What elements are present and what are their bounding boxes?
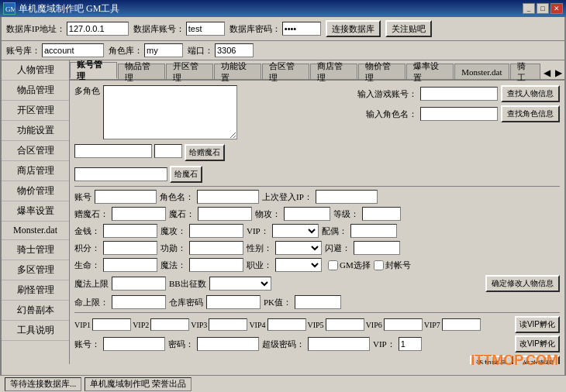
tab-zone-management[interactable]: 开区管理 xyxy=(166,64,213,79)
nav-shop-management[interactable]: 商店管理 xyxy=(2,161,69,181)
tab-nav-right[interactable]: ▶ xyxy=(553,67,564,79)
read-vip-btn[interactable]: 读VIP孵化 xyxy=(515,316,560,333)
phys-atk-input[interactable] xyxy=(284,207,330,221)
bb-out-count-select[interactable] xyxy=(209,277,271,291)
vip6-input[interactable] xyxy=(384,318,423,331)
nav-merge-zone[interactable]: 合区管理 xyxy=(2,141,69,161)
account-db-input[interactable] xyxy=(42,43,104,57)
vip5-label: VIP5 xyxy=(308,321,324,329)
status-bar: 等待连接数据库... 单机魔域制作吧 荣誉出品 xyxy=(0,375,566,392)
minimize-button[interactable]: _ xyxy=(523,3,535,14)
confirm-edit-btn[interactable]: 确定修改人物信息 xyxy=(485,275,560,292)
tab-merge-zone[interactable]: 合区管理 xyxy=(262,64,309,79)
last-login-ip-label: 上次登入IP： xyxy=(262,191,312,203)
flash-input[interactable] xyxy=(354,241,400,255)
give-devil-stone-btn[interactable]: 给赠魔石 xyxy=(185,144,225,161)
maximize-button[interactable]: □ xyxy=(537,3,549,14)
db-account-input[interactable] xyxy=(186,22,225,36)
search-game-account-input[interactable] xyxy=(420,87,498,101)
nav-tool-desc[interactable]: 工具说明 xyxy=(2,321,69,341)
vip-bottom-input[interactable] xyxy=(399,337,422,351)
change-pass-btn[interactable]: 修改密码 xyxy=(516,356,560,364)
warehouse-pass-input[interactable] xyxy=(206,295,261,309)
gm-select-checkbox[interactable] xyxy=(328,260,338,270)
give-stone-btn[interactable]: 给魔石 xyxy=(170,166,202,183)
merit-input[interactable] xyxy=(189,241,243,255)
gold-input[interactable] xyxy=(103,224,157,238)
add-account-btn[interactable]: 添加账号 xyxy=(470,356,513,364)
search-info-btn[interactable]: 查找人物信息 xyxy=(501,85,560,102)
tab-item-management[interactable]: 物品管理 xyxy=(118,64,165,79)
devil-stone-input[interactable] xyxy=(112,207,166,221)
role-name-field-input[interactable] xyxy=(197,190,259,204)
close-tieba-button[interactable]: 关注贴吧 xyxy=(385,20,432,37)
life-input[interactable] xyxy=(103,258,157,272)
super-pass-label: 超级密码： xyxy=(262,339,305,350)
db-pass-input[interactable] xyxy=(282,22,321,36)
vip-bottom-label: VIP： xyxy=(373,339,395,350)
vip3-input[interactable] xyxy=(209,318,247,331)
account-input-bottom[interactable] xyxy=(74,144,152,158)
last-login-ip-input[interactable] xyxy=(316,190,378,204)
vip-main-select[interactable]: 12 xyxy=(272,224,319,238)
level-input[interactable] xyxy=(362,207,401,221)
account-role-ip-row: 账号 角色名： 上次登入IP： xyxy=(74,190,560,204)
password-input[interactable] xyxy=(197,337,259,351)
connect-db-button[interactable]: 连接数据库 xyxy=(326,20,381,37)
magic-input[interactable] xyxy=(189,258,243,272)
nav-character-management[interactable]: 人物管理 xyxy=(2,60,69,81)
change-vip-btn[interactable]: 改VIP孵化 xyxy=(515,335,560,352)
search-role-name-input[interactable] xyxy=(420,107,498,121)
close-button[interactable]: ✕ xyxy=(550,3,563,14)
nav-drop-rate[interactable]: 爆率设置 xyxy=(2,201,69,222)
nav-multi-zone[interactable]: 多区管理 xyxy=(2,260,69,280)
search-role-btn[interactable]: 查找角色信息 xyxy=(501,105,560,122)
life-max-label: 命上限： xyxy=(74,297,109,308)
db-ip-input[interactable] xyxy=(67,22,129,36)
tab-price-management[interactable]: 物价管理 xyxy=(358,64,406,79)
nav-function-settings[interactable]: 功能设置 xyxy=(2,121,69,141)
points-input[interactable] xyxy=(103,241,157,255)
tab-function-settings[interactable]: 功能设置 xyxy=(214,64,261,79)
vip1-input[interactable] xyxy=(92,318,131,331)
account-bottom-input[interactable] xyxy=(103,337,165,351)
vip2-input[interactable] xyxy=(150,318,189,331)
tab-nav-left[interactable]: ◀ xyxy=(541,67,553,79)
vip7-input[interactable] xyxy=(442,318,481,331)
role-db-input[interactable] xyxy=(144,43,183,57)
max-magic-input[interactable] xyxy=(112,277,166,291)
db-account-group: 数据库账号： xyxy=(133,22,225,36)
top-bar: 数据库IP地址： 数据库账号： 数据库密码： 连接数据库 关注贴吧 xyxy=(2,17,564,41)
multi-char-textarea[interactable] xyxy=(103,85,237,139)
account-field-input[interactable] xyxy=(95,190,157,204)
magic-atk-input[interactable] xyxy=(189,224,243,238)
nav-item-management[interactable]: 物品管理 xyxy=(2,81,69,101)
life-max-input[interactable] xyxy=(112,295,166,309)
job-select[interactable]: 战士法师 xyxy=(275,258,322,272)
seal-account-checkbox[interactable] xyxy=(374,260,384,270)
tab-drop-rate[interactable]: 爆率设置 xyxy=(406,64,454,79)
stone-input[interactable] xyxy=(198,207,252,221)
role-input-bottom[interactable] xyxy=(154,144,182,158)
tab-monster-dat[interactable]: Monster.dat xyxy=(454,64,509,79)
tab-shop-management[interactable]: 商店管理 xyxy=(310,64,357,79)
port-input[interactable] xyxy=(215,43,254,57)
pk-value-input[interactable] xyxy=(295,295,341,309)
nav-fantasy-beast[interactable]: 幻兽副本 xyxy=(2,301,69,321)
gender-select[interactable]: 男女 xyxy=(275,241,322,255)
status-wait-text: 等待连接数据库... xyxy=(10,378,76,390)
vip5-input[interactable] xyxy=(326,318,364,331)
tab-knight[interactable]: 骑工 xyxy=(510,64,541,79)
nav-zone-management[interactable]: 开区管理 xyxy=(2,101,69,121)
nav-price-management[interactable]: 物价管理 xyxy=(2,181,69,201)
super-pass-input[interactable] xyxy=(308,337,370,351)
tab-account-management[interactable]: 账号管理 xyxy=(70,62,117,79)
devil-stone-qty-input[interactable] xyxy=(74,167,167,181)
nav-knight-management[interactable]: 骑士管理 xyxy=(2,240,69,260)
nav-monster-dat[interactable]: Monster.dat xyxy=(2,222,69,240)
divider-2 xyxy=(74,312,560,313)
partner-input[interactable] xyxy=(350,224,397,238)
nav-spawn-management[interactable]: 刷怪管理 xyxy=(2,280,69,301)
vip4-input[interactable] xyxy=(267,318,306,331)
search-role-name-label: 输入角色名： xyxy=(366,108,417,120)
